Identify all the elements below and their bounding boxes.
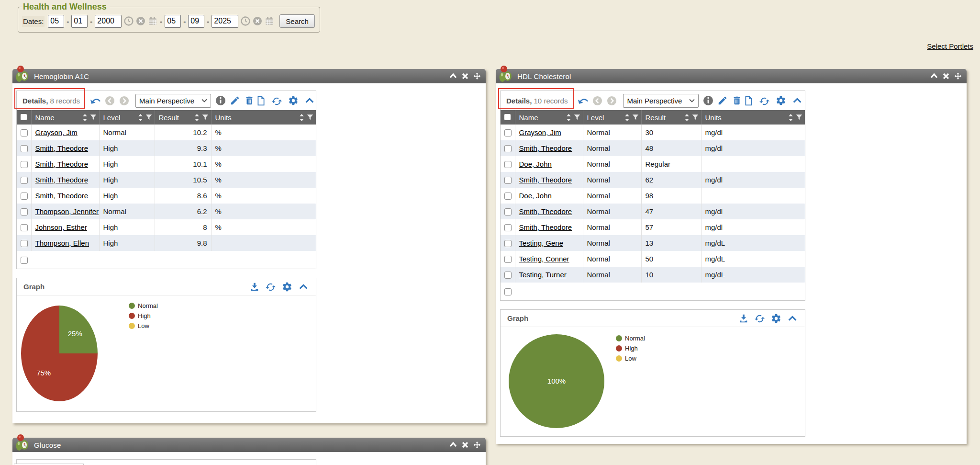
- from-month-input[interactable]: [48, 15, 64, 28]
- row-checkbox[interactable]: [21, 193, 28, 200]
- portlet-header[interactable]: Hemoglobin A1C: [12, 69, 486, 83]
- filter-icon[interactable]: [796, 114, 802, 121]
- row-checkbox[interactable]: [21, 161, 28, 168]
- collapse-section-icon[interactable]: [787, 313, 798, 324]
- filter-icon[interactable]: [692, 114, 699, 121]
- from-clear-icon[interactable]: [136, 16, 145, 26]
- row-checkbox[interactable]: [21, 240, 28, 247]
- select-all-header[interactable]: [501, 110, 515, 125]
- minimize-icon[interactable]: [930, 72, 938, 80]
- move-icon[interactable]: [473, 72, 481, 80]
- row-checkbox[interactable]: [504, 145, 512, 152]
- undo-icon[interactable]: [577, 95, 589, 106]
- patient-name-link[interactable]: Doe, John: [519, 160, 552, 168]
- patient-name-link[interactable]: Testing, Turner: [519, 271, 567, 279]
- close-icon[interactable]: [942, 72, 950, 80]
- patient-name-link[interactable]: Smith, Theodore: [35, 144, 89, 152]
- patient-name-link[interactable]: Smith, Theodore: [35, 192, 89, 200]
- filter-icon[interactable]: [632, 114, 639, 121]
- patient-name-link[interactable]: Grayson, Jim: [519, 128, 561, 136]
- from-calendar-icon[interactable]: [148, 16, 157, 26]
- select-all-checkbox[interactable]: [21, 114, 27, 120]
- row-checkbox[interactable]: [21, 177, 28, 184]
- patient-name-link[interactable]: Smith, Theodore: [519, 223, 572, 231]
- patient-name-link[interactable]: Smith, Theodore: [35, 160, 89, 168]
- to-year-input[interactable]: [212, 15, 238, 28]
- patient-name-link[interactable]: Grayson, Jim: [35, 128, 78, 136]
- filter-icon[interactable]: [574, 114, 580, 121]
- row-checkbox[interactable]: [504, 208, 512, 215]
- close-icon[interactable]: [461, 72, 469, 80]
- row-checkbox[interactable]: [21, 129, 28, 136]
- row-checkbox[interactable]: [504, 224, 512, 231]
- from-year-input[interactable]: [95, 15, 122, 28]
- move-icon[interactable]: [473, 441, 481, 449]
- to-calendar-icon[interactable]: [265, 16, 274, 26]
- patient-name-link[interactable]: Smith, Theodore: [519, 207, 572, 215]
- from-day-input[interactable]: [71, 15, 88, 28]
- sort-icon[interactable]: [82, 114, 88, 121]
- delete-icon[interactable]: [244, 95, 255, 106]
- move-icon[interactable]: [954, 72, 962, 80]
- patient-name-link[interactable]: Smith, Theodore: [519, 144, 572, 152]
- refresh-icon[interactable]: [759, 95, 770, 106]
- sort-icon[interactable]: [299, 114, 304, 121]
- patient-name-link[interactable]: Smith, Theodore: [519, 176, 572, 184]
- settings-icon[interactable]: [775, 95, 787, 106]
- to-clear-icon[interactable]: [253, 16, 262, 26]
- row-checkbox[interactable]: [504, 256, 512, 263]
- filter-icon[interactable]: [307, 114, 313, 121]
- collapse-section-icon[interactable]: [791, 95, 803, 106]
- info-icon[interactable]: [215, 95, 226, 106]
- row-checkbox[interactable]: [504, 161, 512, 168]
- row-checkbox[interactable]: [504, 240, 512, 247]
- filter-icon[interactable]: [90, 114, 97, 121]
- portlet-header[interactable]: HDL Cholesterol: [496, 69, 967, 83]
- close-icon[interactable]: [461, 441, 469, 449]
- minimize-icon[interactable]: [449, 72, 457, 80]
- next-record-icon[interactable]: [606, 95, 617, 106]
- patient-name-link[interactable]: Thompson, Jennifer: [35, 207, 99, 215]
- prev-record-icon[interactable]: [591, 95, 603, 106]
- settings-icon[interactable]: [770, 313, 782, 324]
- row-checkbox[interactable]: [504, 288, 512, 295]
- row-checkbox[interactable]: [21, 257, 28, 264]
- select-portlets-link[interactable]: Select Portlets: [927, 42, 973, 50]
- row-checkbox[interactable]: [21, 208, 28, 215]
- patient-name-link[interactable]: Smith, Theodore: [35, 176, 89, 184]
- info-icon[interactable]: [702, 95, 714, 106]
- new-record-icon[interactable]: [743, 95, 754, 106]
- perspective-select[interactable]: Main Perspective: [623, 94, 699, 108]
- select-all-header[interactable]: [17, 110, 31, 125]
- row-checkbox[interactable]: [504, 177, 512, 184]
- select-all-checkbox[interactable]: [504, 114, 511, 120]
- patient-name-link[interactable]: Thompson, Ellen: [35, 239, 89, 247]
- refresh-icon[interactable]: [271, 95, 283, 106]
- sort-icon[interactable]: [684, 114, 690, 121]
- portlet-header[interactable]: Glucose: [12, 438, 486, 452]
- settings-icon[interactable]: [281, 281, 293, 293]
- filter-icon[interactable]: [202, 114, 209, 121]
- settings-icon[interactable]: [288, 95, 299, 106]
- patient-name-link[interactable]: Doe, John: [519, 192, 552, 200]
- edit-icon[interactable]: [229, 95, 241, 106]
- collapse-section-icon[interactable]: [298, 281, 309, 293]
- sort-icon[interactable]: [138, 114, 143, 121]
- new-record-icon[interactable]: [255, 95, 267, 106]
- perspective-select[interactable]: Main Perspective: [135, 94, 211, 108]
- filter-icon[interactable]: [145, 114, 152, 121]
- row-checkbox[interactable]: [504, 129, 512, 136]
- next-record-icon[interactable]: [118, 95, 130, 106]
- patient-name-link[interactable]: Testing, Gene: [519, 239, 564, 247]
- patient-name-link[interactable]: Johnson, Esther: [35, 223, 87, 231]
- row-checkbox[interactable]: [21, 224, 28, 231]
- refresh-icon[interactable]: [754, 313, 766, 324]
- delete-icon[interactable]: [731, 95, 743, 106]
- from-clock-icon[interactable]: [124, 16, 134, 26]
- row-checkbox[interactable]: [504, 193, 512, 200]
- to-clock-icon[interactable]: [241, 16, 250, 26]
- search-button[interactable]: Search: [279, 14, 315, 28]
- download-icon[interactable]: [249, 281, 260, 293]
- sort-icon[interactable]: [566, 114, 571, 121]
- download-icon[interactable]: [738, 313, 749, 324]
